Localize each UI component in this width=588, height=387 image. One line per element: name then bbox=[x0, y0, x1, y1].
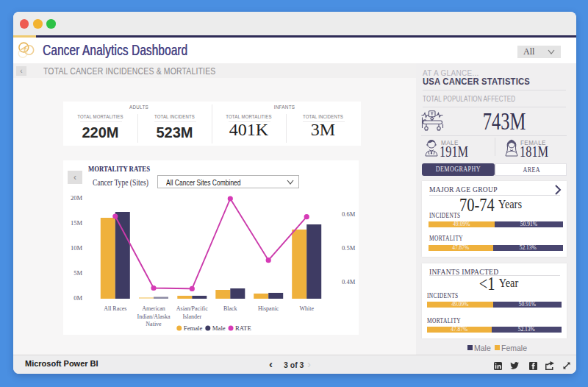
svg-text:Male: Male bbox=[212, 324, 226, 332]
svg-text:0.4M: 0.4M bbox=[342, 278, 356, 285]
svg-text:Asian/Pacific: Asian/Pacific bbox=[176, 305, 209, 312]
svg-text:0.6M: 0.6M bbox=[342, 210, 356, 218]
svg-text:Indian/Alaska: Indian/Alaska bbox=[137, 313, 171, 320]
svg-text:20M: 20M bbox=[71, 194, 83, 202]
svg-text:Hispanic: Hispanic bbox=[258, 305, 279, 312]
svg-text:Native: Native bbox=[146, 321, 162, 327]
svg-text:0M: 0M bbox=[74, 294, 82, 302]
svg-text:10M: 10M bbox=[71, 244, 83, 252]
svg-text:15M: 15M bbox=[71, 219, 83, 227]
svg-text:0.5M: 0.5M bbox=[342, 244, 356, 252]
svg-text:White: White bbox=[299, 305, 314, 312]
svg-text:Black: Black bbox=[223, 305, 237, 312]
svg-text:5M: 5M bbox=[74, 269, 82, 277]
svg-text:American: American bbox=[142, 305, 165, 312]
svg-text:Female: Female bbox=[184, 324, 203, 332]
svg-text:All Races: All Races bbox=[104, 305, 126, 312]
svg-text:Islander: Islander bbox=[182, 313, 201, 320]
svg-text:RATE: RATE bbox=[235, 324, 251, 332]
